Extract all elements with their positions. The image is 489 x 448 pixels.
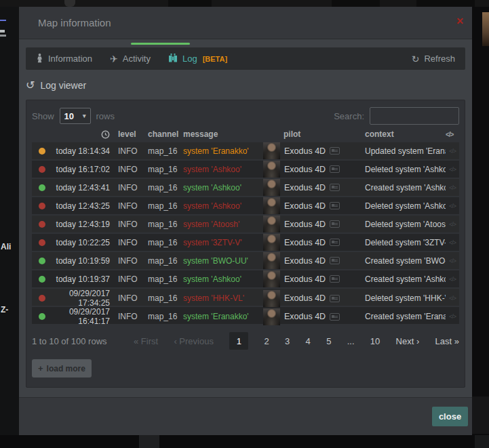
pilot-info-card-icon[interactable] <box>330 147 340 155</box>
table-controls: Show 10 ▾ rows Search: <box>32 106 459 126</box>
status-dot <box>39 313 45 320</box>
pilot-info-card-icon[interactable] <box>330 313 340 321</box>
row-code-icon[interactable]: </> <box>446 295 459 302</box>
status-dot <box>39 221 45 228</box>
table-row[interactable]: today 12:43:41 INFO map_16 system 'Ashko… <box>32 179 459 196</box>
pilot-avatar <box>263 197 280 214</box>
refresh-label: Refresh <box>424 54 455 64</box>
tab-activity[interactable]: ✈ Activity <box>110 54 151 64</box>
table-row[interactable]: 09/29/2017 16:41:17 INFO map_16 system '… <box>32 307 459 324</box>
table-row[interactable]: today 12:43:25 INFO map_16 system 'Ashko… <box>32 197 459 214</box>
log-channel: map_16 <box>148 146 183 156</box>
background-map-left: Ali Z- <box>0 7 19 435</box>
pilot-avatar <box>263 161 280 178</box>
pagination-last[interactable]: Last » <box>435 336 459 346</box>
page-number[interactable]: 3 <box>285 336 290 346</box>
log-level: INFO <box>118 274 148 284</box>
search-input[interactable] <box>370 107 459 125</box>
page-number[interactable]: ... <box>347 336 355 346</box>
row-code-icon[interactable]: </> <box>446 148 459 155</box>
tab-log[interactable]: Log [BETA] <box>168 54 227 64</box>
tab-information[interactable]: Information <box>36 54 92 64</box>
status-dot <box>39 148 45 155</box>
table-row[interactable]: today 16:17:02 INFO map_16 system 'Ashko… <box>32 161 459 178</box>
pagination-previous[interactable]: ‹ Previous <box>174 336 214 346</box>
modal-close-icon[interactable]: ✕ <box>456 16 464 26</box>
log-context: Deleted system 'HHK-VL' ... <box>365 293 446 303</box>
load-more-button[interactable]: + load more <box>32 359 92 378</box>
pilot-avatar <box>263 142 280 159</box>
log-viewer-heading: ↺ Log viewer <box>26 80 465 91</box>
tab-information-label: Information <box>48 54 92 64</box>
log-channel: map_16 <box>148 274 183 284</box>
row-code-icon[interactable]: </> <box>446 203 459 209</box>
close-button[interactable]: close <box>432 407 468 426</box>
plane-icon: ✈ <box>110 54 118 64</box>
status-dot <box>39 239 45 246</box>
log-time: today 10:19:37 <box>52 274 118 284</box>
log-context: Created system 'Eranakko... <box>365 312 446 321</box>
rows-per-page-select[interactable]: 10 ▾ <box>60 108 91 124</box>
table-row[interactable]: today 18:14:34 INFO map_16 system 'Erana… <box>32 142 459 159</box>
row-code-icon[interactable]: </> <box>446 239 459 246</box>
log-level: INFO <box>118 293 148 303</box>
log-message: system 'Eranakko' <box>183 146 263 156</box>
page-number[interactable]: 2 <box>265 336 269 346</box>
background-bottom-bar <box>0 435 489 448</box>
table-row[interactable]: today 10:19:37 INFO map_16 system 'Ashko… <box>32 270 459 287</box>
log-time: 09/29/2017 17:34:25 <box>52 289 118 308</box>
pagination: 1 to 10 of 100 rows « First ‹ Previous 1… <box>32 332 459 350</box>
pilot-info-card-icon[interactable] <box>330 239 340 246</box>
background-portrait-sliver <box>482 12 489 46</box>
header-level: level <box>118 129 148 139</box>
page-number[interactable]: 4 <box>306 336 311 346</box>
log-message: system 'Ashkoo' <box>183 201 263 211</box>
background-top-bar <box>0 0 489 7</box>
pagination-next[interactable]: Next › <box>396 336 420 346</box>
table-row[interactable]: today 10:22:25 INFO map_16 system '3ZTV-… <box>32 234 459 251</box>
row-code-icon[interactable]: </> <box>446 221 459 228</box>
tab-log-label: Log <box>182 54 197 64</box>
log-channel: map_16 <box>148 201 183 211</box>
pilot-info-card-icon[interactable] <box>330 295 340 302</box>
page-number[interactable]: 10 <box>370 336 380 346</box>
table-row[interactable]: today 10:19:59 INFO map_16 system 'BWO-U… <box>32 252 459 269</box>
pilot-avatar <box>263 290 280 307</box>
row-code-icon[interactable]: </> <box>446 276 459 283</box>
log-context: Updated system 'Eranakk... <box>365 146 446 156</box>
pilot-info-card-icon[interactable] <box>330 220 340 228</box>
pilot-info-card-icon[interactable] <box>330 184 340 191</box>
pilot-info-card-icon[interactable] <box>330 202 340 209</box>
row-code-icon[interactable]: </> <box>446 166 459 173</box>
rows-label: rows <box>96 111 115 121</box>
page-number[interactable]: 5 <box>326 336 331 346</box>
header-context: context <box>365 129 446 139</box>
log-table-body: today 18:14:34 INFO map_16 system 'Erana… <box>32 142 459 324</box>
pilot-info-card-icon[interactable] <box>330 257 340 264</box>
pagination-first[interactable]: « First <box>134 336 158 346</box>
pilot-name: Exodus 4D <box>284 165 326 174</box>
status-dot <box>39 203 45 209</box>
row-code-icon[interactable]: </> <box>446 184 459 191</box>
table-row[interactable]: today 12:43:19 INFO map_16 system 'Atoos… <box>32 216 459 232</box>
log-message: system 'BWO-UU' <box>183 256 263 266</box>
pilot-avatar <box>263 252 280 269</box>
log-level: INFO <box>118 220 148 229</box>
log-channel: map_16 <box>148 256 183 266</box>
pilot-name: Exodus 4D <box>284 256 326 266</box>
log-message: system 'Ashkoo' <box>183 165 263 174</box>
table-row[interactable]: 09/29/2017 17:34:25 INFO map_16 system '… <box>32 289 459 306</box>
log-message: system 'Ashkoo' <box>183 183 263 192</box>
log-level: INFO <box>118 146 148 156</box>
log-message: system 'Eranakko' <box>183 312 263 321</box>
pilot-info-card-icon[interactable] <box>330 275 340 283</box>
refresh-button[interactable]: ↻ Refresh <box>412 54 455 64</box>
row-code-icon[interactable]: </> <box>446 258 459 264</box>
pilot-info-card-icon[interactable] <box>330 165 340 173</box>
plus-icon: + <box>38 363 43 373</box>
log-time: today 12:43:25 <box>52 201 118 211</box>
row-code-icon[interactable]: </> <box>446 313 459 320</box>
log-channel: map_16 <box>148 238 183 247</box>
page-number[interactable]: 1 <box>229 332 248 350</box>
pilot-avatar <box>263 308 280 325</box>
